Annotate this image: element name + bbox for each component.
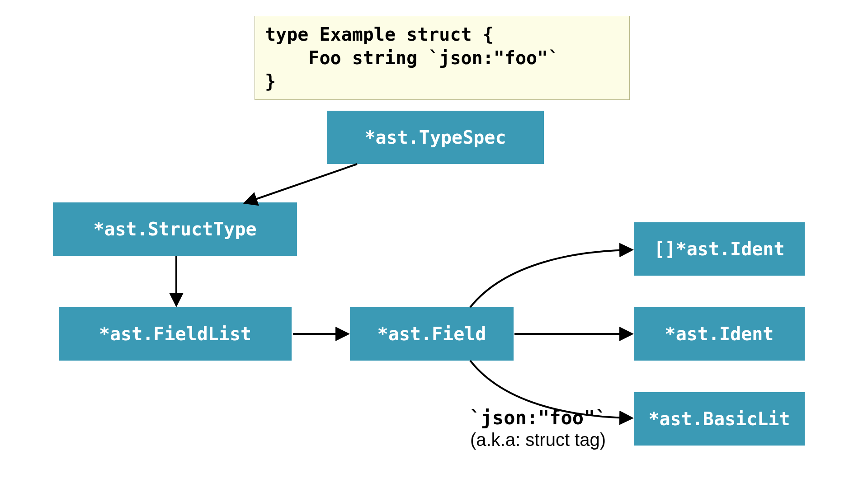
- struct-tag-subtitle: (a.k.a: struct tag): [443, 430, 633, 450]
- node-ident-slice: []*ast.Ident: [634, 222, 805, 276]
- node-structtype: *ast.StructType: [53, 202, 297, 256]
- node-fieldlist: *ast.FieldList: [59, 307, 292, 361]
- node-typespec: *ast.TypeSpec: [327, 111, 544, 164]
- struct-tag-annotation: `json:"foo"` (a.k.a: struct tag): [443, 407, 633, 450]
- node-ident: *ast.Ident: [634, 307, 805, 361]
- node-fieldlist-label: *ast.FieldList: [99, 324, 251, 344]
- node-typespec-label: *ast.TypeSpec: [364, 127, 506, 148]
- struct-tag-value: `json:"foo"`: [443, 407, 633, 429]
- node-structtype-label: *ast.StructType: [93, 219, 256, 239]
- node-ident-slice-label: []*ast.Ident: [654, 239, 785, 259]
- code-snippet: type Example struct { Foo string `json:"…: [255, 16, 630, 100]
- edge-field-identslice: [470, 250, 630, 307]
- node-field-label: *ast.Field: [377, 324, 486, 344]
- node-basiclit: *ast.BasicLit: [634, 392, 805, 446]
- node-ident-label: *ast.Ident: [665, 324, 774, 344]
- node-basiclit-label: *ast.BasicLit: [648, 408, 790, 429]
- node-field: *ast.Field: [350, 307, 514, 361]
- edge-typespec-structtype: [246, 164, 357, 202]
